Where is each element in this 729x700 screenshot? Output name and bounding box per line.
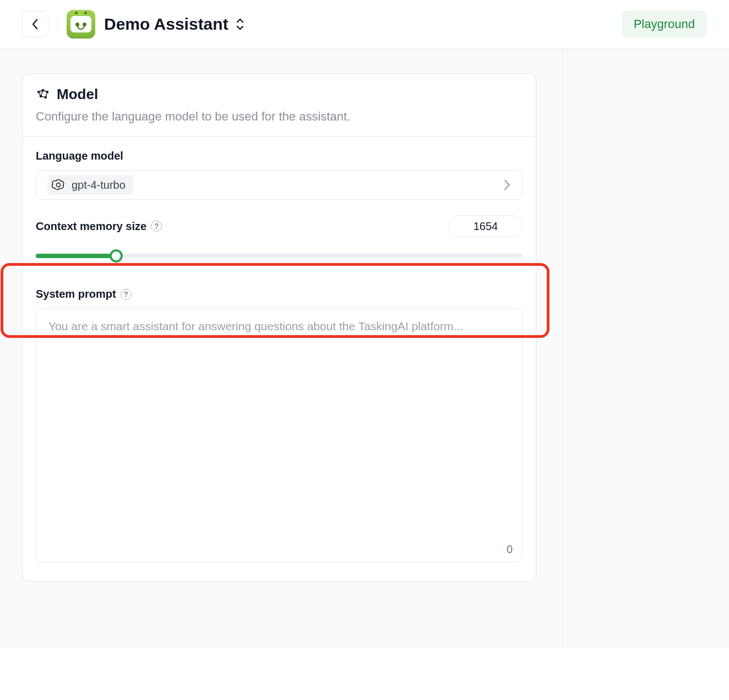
assistant-avatar-icon [67, 10, 95, 39]
context-memory-input[interactable] [449, 215, 523, 237]
model-card: Model Configure the language model to be… [22, 73, 536, 582]
system-prompt-textarea[interactable] [36, 308, 523, 562]
openai-icon [52, 178, 65, 192]
chevron-left-icon [30, 18, 40, 31]
system-prompt-section: System prompt ? 0 [36, 288, 523, 565]
model-chip: gpt-4-turbo [47, 175, 133, 195]
assistant-selector[interactable]: Demo Assistant [104, 15, 246, 34]
model-icon [36, 88, 50, 102]
chevron-right-icon [503, 179, 511, 191]
slider-handle[interactable] [110, 249, 123, 262]
model-card-body: Language model gpt-4-turbo [23, 136, 536, 581]
help-icon[interactable]: ? [121, 289, 132, 300]
svg-line-7 [39, 92, 41, 96]
chevron-up-down-icon [234, 17, 246, 31]
selected-model-name: gpt-4-turbo [72, 179, 126, 192]
context-memory-label: Context memory size ? [36, 220, 162, 233]
help-icon[interactable]: ? [151, 221, 162, 232]
assistant-title: Demo Assistant [104, 15, 229, 34]
language-model-select[interactable]: gpt-4-turbo [36, 170, 523, 200]
header-left: Demo Assistant [22, 10, 246, 39]
content-area: Model Configure the language model to be… [0, 48, 729, 648]
right-rail-divider [562, 49, 563, 648]
svg-point-11 [57, 183, 61, 187]
slider-fill [36, 254, 116, 258]
playground-button[interactable]: Playground [622, 10, 707, 38]
model-card-subtitle: Configure the language model to be used … [36, 110, 523, 124]
model-card-header: Model Configure the language model to be… [23, 74, 536, 136]
playground-button-label: Playground [634, 17, 695, 31]
char-count: 0 [507, 543, 513, 556]
context-memory-slider[interactable] [36, 249, 523, 262]
context-memory-row: Context memory size ? [36, 215, 523, 237]
system-prompt-label: System prompt ? [36, 288, 523, 300]
language-model-label: Language model [36, 150, 523, 162]
page-header: Demo Assistant Playground [0, 0, 729, 48]
header-divider [57, 14, 58, 34]
back-button[interactable] [22, 11, 48, 37]
model-card-title: Model [57, 86, 98, 103]
